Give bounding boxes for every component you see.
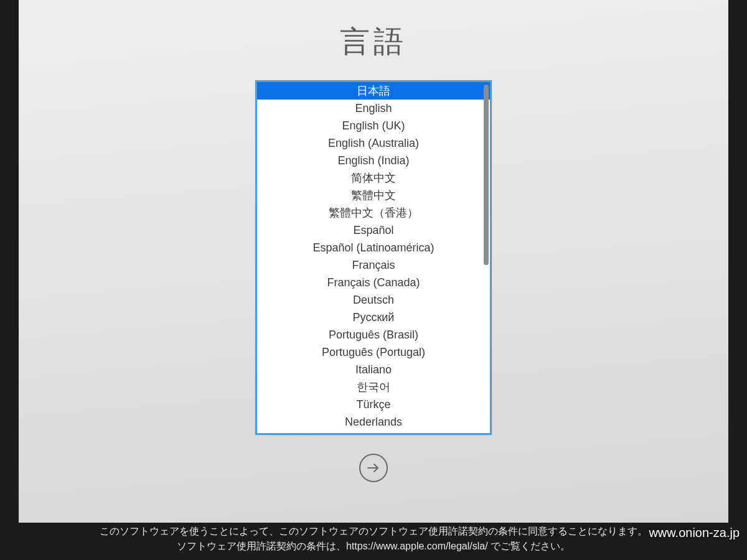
watermark: www.onion-za.jp: [649, 526, 740, 540]
language-option[interactable]: Español (Latinoamérica): [257, 239, 490, 256]
language-option[interactable]: 繁體中文（香港）: [257, 204, 490, 222]
listbox-scrollbar[interactable]: [484, 85, 489, 431]
scrollbar-thumb[interactable]: [484, 85, 489, 265]
language-option[interactable]: Deutsch: [257, 291, 490, 309]
language-listbox[interactable]: 日本語EnglishEnglish (UK)English (Australia…: [255, 80, 492, 435]
language-option[interactable]: Nederlands: [257, 413, 490, 431]
language-option[interactable]: 简体中文: [257, 169, 490, 187]
setup-screen: 言語 日本語EnglishEnglish (UK)English (Austra…: [19, 0, 728, 523]
language-option[interactable]: English (UK): [257, 117, 490, 134]
legal-text: このソフトウェアを使うことによって、このソフトウェアのソフトウェア使用許諾契約の…: [0, 524, 747, 554]
language-option[interactable]: 日本語: [257, 82, 490, 100]
legal-line-1: このソフトウェアを使うことによって、このソフトウェアのソフトウェア使用許諾契約の…: [0, 524, 747, 539]
language-option[interactable]: Português (Brasil): [257, 326, 490, 343]
language-option[interactable]: English (Australia): [257, 134, 490, 152]
language-option[interactable]: English: [257, 100, 490, 117]
page-title: 言語: [340, 22, 407, 62]
continue-button[interactable]: [359, 454, 388, 482]
language-option[interactable]: Français: [257, 256, 490, 274]
legal-line-2: ソフトウェア使用許諾契約の条件は、https://www.apple.com/l…: [0, 539, 747, 554]
language-option[interactable]: 繁體中文: [257, 187, 490, 204]
language-option[interactable]: 한국어: [257, 378, 490, 396]
language-option[interactable]: Italiano: [257, 361, 490, 378]
language-option[interactable]: Français (Canada): [257, 274, 490, 291]
language-option[interactable]: Español: [257, 222, 490, 239]
language-option[interactable]: Português (Portugal): [257, 343, 490, 361]
language-option[interactable]: Türkçe: [257, 396, 490, 413]
language-option[interactable]: English (India): [257, 152, 490, 169]
arrow-right-icon: [366, 460, 381, 475]
language-option[interactable]: Русский: [257, 309, 490, 326]
